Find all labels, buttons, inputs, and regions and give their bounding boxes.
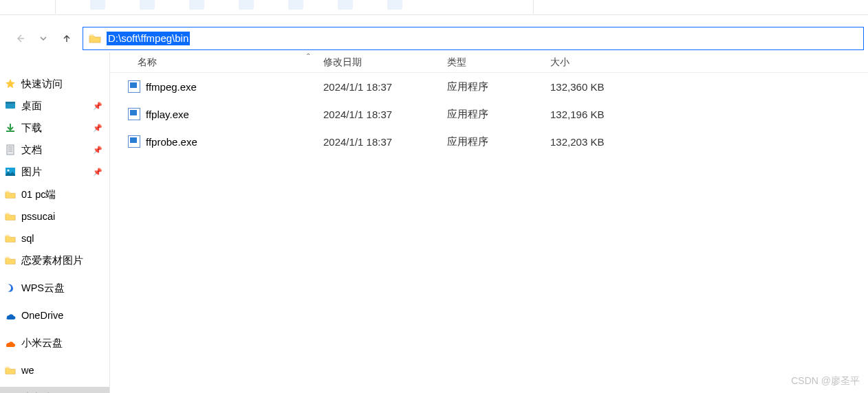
file-row[interactable]: ffmpeg.exe2024/1/1 18:37应用程序132,360 KB <box>110 73 868 100</box>
sidebar-item-文档[interactable]: 文档📌 <box>0 139 109 161</box>
onedrive-icon <box>4 309 17 322</box>
sidebar-item-OneDrive[interactable]: OneDrive <box>0 304 109 326</box>
file-name: ffmpeg.exe <box>146 81 197 93</box>
sidebar-item-WPS云盘[interactable]: WPS云盘 <box>0 277 109 299</box>
sidebar-item-label: 恋爱素材图片 <box>21 254 83 267</box>
column-date[interactable]: 修改日期 <box>323 56 447 69</box>
sidebar-item-下载[interactable]: 下载📌 <box>0 117 109 139</box>
desktop-icon <box>4 100 17 112</box>
svg-rect-14 <box>6 367 9 368</box>
file-size: 132,360 KB <box>550 81 653 93</box>
ribbon-icon[interactable] <box>189 0 204 10</box>
pin-icon: 📌 <box>93 146 102 155</box>
folder-icon <box>4 188 17 201</box>
file-size: 132,203 KB <box>550 136 653 148</box>
svg-rect-12 <box>6 235 9 236</box>
sidebar-item-label: 图片 <box>21 166 42 179</box>
folder-icon <box>89 34 101 43</box>
folder-icon <box>4 364 17 377</box>
sidebar-item-label: 快速访问 <box>21 78 63 91</box>
folder-icon <box>4 254 17 267</box>
sidebar-item-label: 桌面 <box>21 100 42 113</box>
exe-icon <box>128 135 140 148</box>
star-icon <box>4 78 17 90</box>
ribbon-icon[interactable] <box>239 0 254 10</box>
watermark: CSDN @廖圣平 <box>791 375 860 388</box>
file-row[interactable]: ffprobe.exe2024/1/1 18:37应用程序132,203 KB <box>110 128 868 155</box>
exe-icon <box>128 108 140 120</box>
file-date: 2024/1/1 18:37 <box>323 81 447 93</box>
sidebar-item-小米云盘[interactable]: 小米云盘 <box>0 332 109 354</box>
sidebar-item-快速访问[interactable]: 快速访问 <box>0 73 109 95</box>
sidebar-item-label: we <box>21 365 34 376</box>
sidebar-item-label: sql <box>21 233 34 244</box>
file-type: 应用程序 <box>447 80 550 93</box>
ribbon-icon[interactable] <box>338 0 353 10</box>
sidebar-item-01 pc端[interactable]: 01 pc端 <box>0 183 109 205</box>
column-headers: 名称 ⌃ 修改日期 类型 大小 <box>110 52 868 73</box>
pin-icon: 📌 <box>93 168 102 177</box>
sidebar-item-label: 文档 <box>21 144 42 157</box>
wps-icon <box>4 282 17 294</box>
sidebar-item-sql[interactable]: sql <box>0 227 109 249</box>
sidebar-item-label: 下载 <box>21 122 42 135</box>
svg-rect-3 <box>6 131 14 132</box>
ribbon-icon[interactable] <box>140 0 155 10</box>
address-bar[interactable]: D:\soft\ffmpeg\bin <box>83 27 864 50</box>
exe-icon <box>128 80 140 93</box>
doc-icon <box>4 144 17 156</box>
svg-rect-2 <box>6 102 15 104</box>
file-list-pane: 名称 ⌃ 修改日期 类型 大小 ffmpeg.exe2024/1/1 18:37… <box>110 52 868 393</box>
file-type: 应用程序 <box>447 135 550 148</box>
navigation-row: D:\soft\ffmpeg\bin <box>0 25 868 52</box>
sidebar: 快速访问桌面📌下载📌文档📌图片📌01 pc端pssucaisql恋爱素材图片WP… <box>0 52 110 393</box>
ribbon-toolbar <box>0 0 868 15</box>
sidebar-item-此电脑[interactable]: 此电脑 <box>0 387 109 393</box>
pin-icon: 📌 <box>93 124 102 133</box>
sort-indicator-icon: ⌃ <box>305 52 311 60</box>
column-name[interactable]: 名称 ⌃ <box>110 56 323 69</box>
svg-rect-11 <box>6 213 9 214</box>
svg-rect-4 <box>7 145 14 155</box>
svg-point-9 <box>8 170 10 172</box>
sidebar-item-label: 01 pc端 <box>21 188 56 201</box>
xiaomi-icon <box>4 337 17 349</box>
history-dropdown[interactable] <box>36 31 51 46</box>
file-type: 应用程序 <box>447 108 550 121</box>
download-icon <box>4 122 17 134</box>
sidebar-item-we[interactable]: we <box>0 359 109 381</box>
ribbon-icon[interactable] <box>387 0 402 10</box>
file-size: 132,196 KB <box>550 109 653 120</box>
ribbon-icon[interactable] <box>288 0 303 10</box>
pin-icon: 📌 <box>93 102 102 111</box>
svg-rect-13 <box>6 257 9 258</box>
sidebar-item-label: 小米云盘 <box>21 337 63 350</box>
sidebar-item-桌面[interactable]: 桌面📌 <box>0 95 109 117</box>
sidebar-item-图片[interactable]: 图片📌 <box>0 161 109 183</box>
pictures-icon <box>4 166 17 178</box>
file-date: 2024/1/1 18:37 <box>323 109 447 120</box>
up-button[interactable] <box>59 31 74 46</box>
file-name: ffprobe.exe <box>146 136 197 148</box>
address-path[interactable]: D:\soft\ffmpeg\bin <box>107 32 190 45</box>
column-name-label: 名称 <box>138 56 157 67</box>
folder-icon <box>4 232 17 245</box>
column-size[interactable]: 大小 <box>550 56 653 69</box>
sidebar-item-恋爱素材图片[interactable]: 恋爱素材图片 <box>0 249 109 271</box>
sidebar-item-label: OneDrive <box>21 310 63 321</box>
column-type[interactable]: 类型 <box>447 56 550 69</box>
ribbon-icon[interactable] <box>90 0 105 10</box>
file-name: ffplay.exe <box>146 109 189 120</box>
sidebar-item-label: WPS云盘 <box>21 282 65 295</box>
file-date: 2024/1/1 18:37 <box>323 136 447 148</box>
svg-rect-10 <box>6 191 9 192</box>
folder-icon <box>4 210 17 223</box>
svg-rect-0 <box>89 34 94 36</box>
back-button[interactable] <box>12 31 28 46</box>
sidebar-item-label: pssucai <box>21 211 55 222</box>
file-row[interactable]: ffplay.exe2024/1/1 18:37应用程序132,196 KB <box>110 100 868 128</box>
sidebar-item-pssucai[interactable]: pssucai <box>0 205 109 227</box>
